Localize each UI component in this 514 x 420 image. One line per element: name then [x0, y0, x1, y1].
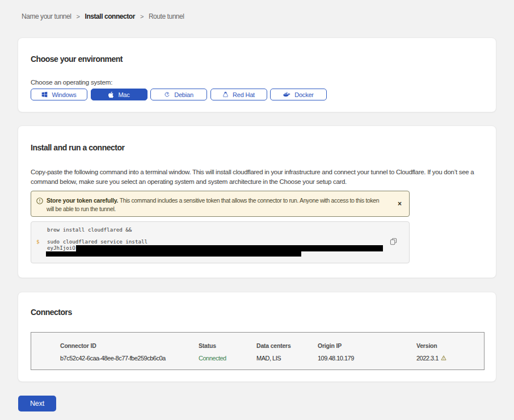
debian-icon	[164, 91, 170, 98]
os-button-debian[interactable]: Debian	[150, 89, 207, 100]
warning-circle-icon	[36, 198, 43, 204]
close-icon[interactable]: ×	[398, 201, 402, 207]
os-button-row: Windows Mac Debian Red Hat Docker	[31, 89, 483, 100]
column-header-status: Status	[199, 342, 256, 350]
code-line-brew: brew install cloudflared &&	[47, 227, 401, 233]
connector-id-value: b7c52c42-6caa-48ee-8c77-fbe259cb6c0a	[60, 354, 199, 362]
token-warning-banner: Store your token carefully. This command…	[31, 191, 410, 217]
code-line-install: sudo cloudflared service install	[47, 239, 401, 245]
connectors-title: Connectors	[31, 308, 483, 317]
breadcrumb-name-your-tunnel[interactable]: Name your tunnel	[22, 12, 71, 20]
breadcrumb-separator: >	[77, 13, 80, 20]
token-warning-text: Store your token carefully. This command…	[47, 196, 409, 213]
os-button-docker[interactable]: Docker	[270, 89, 327, 100]
origin-ip-value: 109.48.10.179	[318, 354, 416, 362]
breadcrumb-route-tunnel[interactable]: Route tunnel	[149, 12, 184, 20]
connector-row: b7c52c42-6caa-48ee-8c77-fbe259cb6c0a Con…	[60, 354, 484, 362]
install-connector-title: Install and run a connector	[31, 143, 483, 153]
breadcrumb-separator: >	[140, 13, 144, 20]
redhat-icon	[222, 91, 229, 98]
column-header-version: Version	[416, 342, 484, 350]
column-header-origin-ip: Origin IP	[318, 342, 416, 350]
status-badge: Connected	[199, 354, 256, 362]
data-centers-value: MAD, LIS	[256, 354, 318, 362]
breadcrumb-install-connector[interactable]: Install connector	[85, 12, 135, 20]
os-select-label: Choose an operating system:	[31, 78, 483, 87]
breadcrumb: Name your tunnel > Install connector > R…	[22, 12, 184, 20]
connectors-card: Connectors Connector ID Status Data cent…	[18, 292, 496, 382]
install-command-codeblock: $ brew install cloudflared && sudo cloud…	[31, 221, 410, 263]
connectors-table-header: Connector ID Status Data centers Origin …	[60, 342, 484, 350]
windows-icon	[41, 91, 48, 98]
copy-icon[interactable]	[389, 238, 397, 246]
environment-card: Choose your environment Choose an operat…	[18, 37, 496, 112]
os-button-redhat[interactable]: Red Hat	[210, 89, 267, 100]
terminal-prompt: $	[36, 239, 40, 245]
os-button-windows[interactable]: Windows	[31, 89, 87, 100]
install-connector-card: Install and run a connector Copy-paste t…	[18, 125, 496, 278]
docker-icon	[283, 91, 290, 98]
column-header-data-centers: Data centers	[256, 342, 318, 350]
connectors-table: Connector ID Status Data centers Origin …	[31, 332, 484, 370]
redacted-token-bar	[76, 245, 383, 251]
version-warning-icon	[441, 354, 446, 362]
next-button[interactable]: Next	[18, 396, 56, 411]
column-header-connector-id: Connector ID	[60, 342, 199, 350]
code-line-token: eyJhIjoiO	[47, 245, 401, 251]
environment-card-title: Choose your environment	[31, 54, 483, 64]
install-description: Copy-paste the following command into a …	[31, 167, 483, 187]
apple-icon	[108, 91, 114, 98]
os-button-mac[interactable]: Mac	[91, 89, 148, 100]
version-value: 2022.3.1	[416, 354, 484, 362]
redacted-token-bar	[46, 251, 301, 257]
